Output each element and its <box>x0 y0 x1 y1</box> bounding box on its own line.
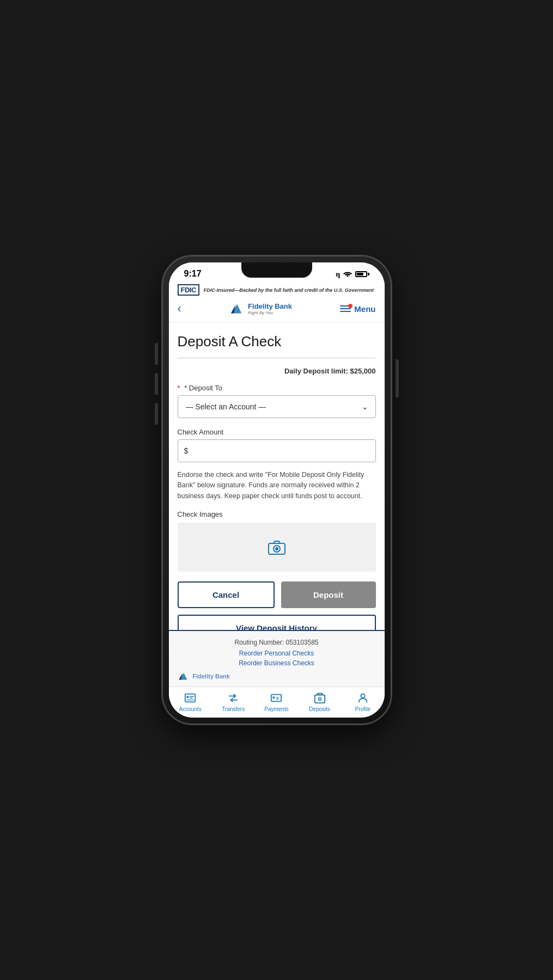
deposit-to-label: * * Deposit To <box>178 384 376 392</box>
nav-item-accounts[interactable]: Accounts <box>175 691 205 712</box>
svg-point-4 <box>275 547 278 550</box>
dollar-sign: $ <box>184 446 189 455</box>
svg-point-17 <box>319 699 320 700</box>
phone-frame: 9:17 𝛈 FDIC FDIC-Insured—Backed by <box>162 256 391 724</box>
nav-item-transfers[interactable]: Transfers <box>218 691 248 712</box>
payments-nav-label: Payments <box>264 706 288 712</box>
footer-bank-name: Fidelity Bank <box>193 673 230 679</box>
svg-rect-13 <box>273 696 275 699</box>
fdic-bar: FDIC FDIC-Insured—Backed by the full fai… <box>169 281 385 299</box>
account-select[interactable]: — Select an Account — <box>178 395 376 418</box>
deposits-icon <box>313 691 326 705</box>
notch <box>241 262 312 278</box>
fdic-text: FDIC-Insured—Backed by the full faith an… <box>204 287 376 293</box>
bank-logo-icon <box>229 301 245 316</box>
reorder-personal-checks-link[interactable]: Reorder Personal Checks <box>178 650 376 657</box>
fdic-logo: FDIC <box>178 284 199 296</box>
reorder-business-checks-link[interactable]: Reorder Business Checks <box>178 659 376 667</box>
status-icons: 𝛈 <box>336 270 369 279</box>
back-button[interactable]: ‹ <box>178 303 181 315</box>
phone-screen: 9:17 𝛈 FDIC FDIC-Insured—Backed by <box>169 262 385 718</box>
required-star: * <box>178 384 180 392</box>
menu-button[interactable]: Menu <box>340 304 375 314</box>
transfers-icon <box>227 691 240 705</box>
check-amount-label: Check Amount <box>178 428 376 436</box>
status-time: 9:17 <box>184 269 202 279</box>
bank-logo: Fidelity Bank Right By You <box>229 301 292 316</box>
footer-logo-icon <box>178 670 190 682</box>
page-title: Deposit A Check <box>178 333 376 350</box>
payments-icon: $ <box>270 691 283 705</box>
accounts-nav-label: Accounts <box>179 706 202 712</box>
svg-point-18 <box>361 694 364 698</box>
main-content: Deposit A Check Daily Deposit limit: $25… <box>169 322 385 630</box>
svg-rect-8 <box>187 696 189 698</box>
view-history-button[interactable]: View Deposit History <box>178 615 376 630</box>
deposit-button[interactable]: Deposit <box>281 581 376 608</box>
accounts-icon <box>184 691 197 705</box>
cancel-button[interactable]: Cancel <box>178 581 275 608</box>
account-select-wrapper: — Select an Account — ⌄ <box>178 395 376 418</box>
profile-icon <box>356 691 369 705</box>
camera-upload-box[interactable] <box>178 523 376 572</box>
title-divider <box>178 358 376 358</box>
nav-item-payments[interactable]: $ Payments <box>261 691 291 712</box>
menu-icon <box>340 305 351 312</box>
nav-item-profile[interactable]: Profile <box>348 691 378 712</box>
routing-number: Routing Number: 053103585 <box>178 639 376 646</box>
battery-icon <box>355 271 369 277</box>
check-images-label: Check Images <box>178 510 376 518</box>
menu-label: Menu <box>354 304 375 314</box>
footer-logo: Fidelity Bank <box>178 670 376 682</box>
wifi-icon <box>343 271 352 277</box>
nav-item-deposits[interactable]: Deposits <box>305 691 335 712</box>
amount-input-wrapper: $ <box>178 439 376 462</box>
footer-section: Routing Number: 053103585 Reorder Person… <box>169 630 385 687</box>
wifi-icon: 𝛈 <box>336 270 340 279</box>
svg-text:$: $ <box>276 696 278 701</box>
profile-nav-label: Profile <box>355 706 370 712</box>
menu-badge <box>348 304 353 308</box>
bank-tagline: Right By You <box>248 310 292 315</box>
transfers-nav-label: Transfers <box>222 706 245 712</box>
bottom-nav: Accounts Transfers $ <box>169 687 385 718</box>
deposits-nav-label: Deposits <box>309 706 330 712</box>
bank-name: Fidelity Bank <box>248 302 292 311</box>
endorse-text: Endorse the check and write "For Mobile … <box>178 470 376 501</box>
camera-icon <box>268 540 285 555</box>
deposit-limit: Daily Deposit limit: $25,000 <box>178 367 376 375</box>
header-nav: ‹ Fidelity Bank Right By You Me <box>169 299 385 322</box>
amount-input[interactable] <box>178 439 376 462</box>
action-buttons: Cancel Deposit <box>178 581 376 608</box>
